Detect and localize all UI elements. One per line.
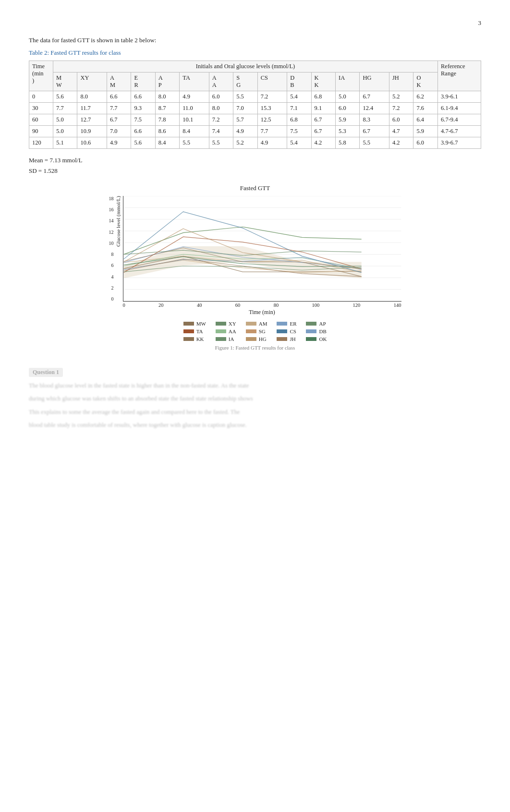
table-cell: 7.8 [155, 114, 179, 126]
legend-item: CS [277, 328, 296, 334]
table-cell: 6.8 [287, 114, 311, 126]
table-cell: 10.1 [180, 114, 209, 126]
legend-label: OK [319, 336, 327, 342]
th-am: AM [107, 73, 131, 91]
legend-label: XY [229, 321, 236, 327]
legend-label: HG [259, 336, 267, 342]
table-cell: 7.7 [107, 103, 131, 114]
legend-item: HG [246, 336, 267, 342]
sd-stat: SD = 1.528 [29, 167, 481, 175]
legend-color [246, 337, 256, 341]
table-cell: 4.2 [311, 137, 335, 149]
table-cell: 8.3 [360, 114, 389, 126]
legend-item: TA [183, 328, 206, 334]
table-cell: 12.4 [360, 103, 389, 114]
legend-item: AM [246, 321, 267, 327]
table-cell: 5.5 [233, 91, 257, 103]
table-cell: 6.2 [413, 91, 438, 103]
legend-label: TA [196, 328, 203, 334]
table-cell: 5.2 [389, 91, 413, 103]
table-cell: 8.4 [155, 137, 179, 149]
legend-color [306, 329, 316, 333]
blurred-text-line: This explains to some the average the fa… [29, 407, 481, 417]
y-tick: 12 [109, 230, 114, 235]
legend-label: JH [290, 336, 295, 342]
table-cell: 8.0 [155, 91, 179, 103]
legend-color [183, 322, 194, 326]
table-cell: 5.0 [53, 126, 77, 137]
legend-color [277, 322, 287, 326]
table-caption: Table 2: Fasted GTT results for class [29, 49, 481, 57]
question-label: Question 1 [29, 368, 63, 377]
th-ia: IA [336, 73, 360, 91]
th-initials: Initials and Oral glucose levels (mmol/L… [53, 61, 438, 73]
table-cell: 11.0 [180, 103, 209, 114]
legend-color [246, 329, 256, 333]
table-cell: 6.7 [107, 114, 131, 126]
th-jh: JH [389, 73, 413, 91]
y-tick: 18 [109, 196, 114, 201]
table-cell: 90 [29, 126, 53, 137]
table-cell: 5.5 [209, 137, 233, 149]
table-cell: 6.0 [209, 91, 233, 103]
legend-item: AA [216, 328, 236, 334]
table-cell: 7.5 [131, 114, 155, 126]
table-cell: 7.2 [257, 91, 287, 103]
legend-item: JH [277, 336, 296, 342]
table-cell: 5.6 [53, 91, 77, 103]
chart-title: Fasted GTT [240, 184, 270, 192]
table-cell: 8.7 [155, 103, 179, 114]
y-tick: 4 [109, 274, 114, 279]
th-cs: CS [257, 73, 287, 91]
table-cell: 8.6 [155, 126, 179, 137]
blurred-text-line: The blood glucose level in the fasted st… [29, 381, 481, 391]
table-cell: 4.9 [107, 137, 131, 149]
legend-item: SG [246, 328, 267, 334]
legend-label: IA [229, 336, 234, 342]
table-cell: 4.7-6.7 [438, 126, 481, 137]
table-cell: 6.7 [360, 126, 389, 137]
table-cell: 0 [29, 91, 53, 103]
legend-color [277, 337, 287, 341]
legend-color [246, 322, 256, 326]
data-table: Time(min) Initials and Oral glucose leve… [29, 61, 481, 149]
chart-area [123, 196, 401, 302]
legend-item: ER [277, 321, 296, 327]
legend-label: AM [259, 321, 267, 327]
x-tick: 0 [123, 303, 125, 308]
table-row: 307.711.77.79.38.711.08.07.015.37.19.16.… [29, 103, 481, 114]
figure-caption: Figure 1: Fasted GTT results for class [215, 345, 295, 351]
x-tick: 20 [158, 303, 164, 308]
chart-section: Fasted GTT 024681012141618 Glucose level… [29, 184, 481, 351]
table-cell: 8.0 [209, 103, 233, 114]
table-cell: 7.5 [287, 126, 311, 137]
intro-text: The data for fasted GTT is shown in tabl… [29, 36, 481, 44]
y-tick: 16 [109, 207, 114, 212]
table-cell: 3.9-6.7 [438, 137, 481, 149]
table-cell: 3.9-6.1 [438, 91, 481, 103]
legend-label: CS [290, 328, 296, 334]
th-ok: OK [413, 73, 438, 91]
blurred-text-line: during which glucose was taken shifts to… [29, 394, 481, 404]
legend-color [306, 337, 316, 341]
table-cell: 5.1 [53, 137, 77, 149]
chart-container: 024681012141618 Glucose level (mmol/L) 0… [109, 196, 401, 316]
legend-color [183, 329, 194, 333]
table-cell: 6.7-9.4 [438, 114, 481, 126]
table-cell: 7.2 [389, 103, 413, 114]
table-cell: 6.7 [311, 126, 335, 137]
table-cell: 5.0 [336, 91, 360, 103]
table-cell: 9.1 [311, 103, 335, 114]
table-cell: 7.0 [107, 126, 131, 137]
table-cell: 4.7 [389, 126, 413, 137]
th-hg: HG [360, 73, 389, 91]
x-tick: 40 [197, 303, 202, 308]
x-ticks-row: 020406080100120140 [123, 303, 401, 308]
table-cell: 5.0 [53, 114, 77, 126]
table-cell: 7.7 [257, 126, 287, 137]
mean-stat: Mean = 7.13 mmol/L [29, 157, 481, 164]
table-cell: 5.3 [336, 126, 360, 137]
y-tick: 8 [109, 252, 114, 257]
table-cell: 7.1 [287, 103, 311, 114]
th-aa: AA [209, 73, 233, 91]
